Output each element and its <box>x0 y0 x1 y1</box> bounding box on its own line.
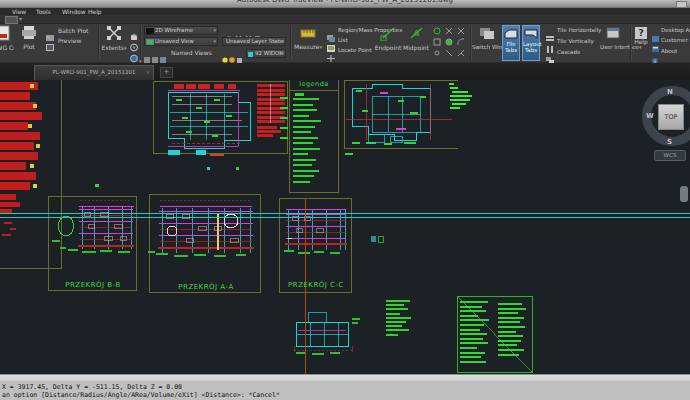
wireframe-icon <box>146 28 154 34</box>
quick-access-row: ▾ <box>0 15 690 24</box>
menu-bar: View Tools Window Help <box>0 8 690 15</box>
annotation-block-top-right <box>449 83 472 109</box>
window-icon[interactable] <box>5 16 18 24</box>
viewport-section-bb <box>49 197 137 291</box>
steering-wheel-icon <box>129 54 139 63</box>
annotation-block-bottom <box>386 300 411 336</box>
file-tabs-toggle[interactable]: File Tabs <box>502 25 520 61</box>
section-label-aa: PRZEKRÓJ A-A <box>152 283 260 291</box>
panel-separator <box>630 26 632 60</box>
midpoint-button[interactable]: Midpoint <box>402 25 430 52</box>
view-icon <box>146 39 154 45</box>
snap-option-icons <box>432 26 466 58</box>
panel-separator <box>290 26 292 60</box>
panel-separator <box>140 26 142 60</box>
locate-point-icon <box>327 55 335 62</box>
section-label-cc: PRZEKRÓJ C-C <box>281 281 351 289</box>
drawing-canvas[interactable]: legenda PRZEKRÓJ B-B PRZEKRÓJ A-A PRZEKR… <box>0 80 690 374</box>
viewcube-north[interactable]: N <box>667 88 673 96</box>
cad-linework <box>0 80 690 374</box>
dwg-convert-icon <box>0 25 12 41</box>
measure-button[interactable]: Measure <box>293 25 323 51</box>
switch-windows-icon <box>479 27 495 40</box>
layout-tabs-toggle[interactable]: Layout Tabs <box>522 25 540 61</box>
snap-options-grid[interactable] <box>432 26 466 62</box>
dwg-convert-button[interactable]: DWG Convert <box>0 25 14 52</box>
viewport-section-cc <box>280 199 352 293</box>
command-line-window[interactable]: X = 3917.45, Delta Y = -511.15, Delta Z … <box>0 381 690 400</box>
title-bar: Autodesk DWG TrueView - PL-WRO-901_PW_A_… <box>0 0 690 8</box>
section-label-bb: PRZEKRÓJ B-B <box>50 281 136 289</box>
switch-windows-button[interactable]: Switch Windows <box>472 25 502 51</box>
window-close-button[interactable] <box>676 1 687 8</box>
command-prompt-line: an option [Distance/Radius/Angle/ARea/Vo… <box>2 391 280 399</box>
file-tab-bar: PL-WRO-901_PW_A_20151201 × + <box>0 63 690 80</box>
zoom-extents-button[interactable]: Extents <box>100 25 128 52</box>
help-button[interactable]: ? Help <box>633 27 649 46</box>
layer-color-swatch <box>248 52 253 57</box>
user-interface-button[interactable]: User Interface <box>600 25 628 51</box>
preview-button[interactable]: Preview <box>46 37 55 56</box>
menu-help[interactable]: Help <box>88 8 102 15</box>
viewcube-top-face[interactable]: TOP <box>658 104 684 130</box>
navigation-bar-handle[interactable] <box>680 186 688 202</box>
window-title: Autodesk DWG TrueView - PL-WRO-901_PW_A_… <box>0 0 690 4</box>
tab-close-icon[interactable]: × <box>146 69 150 75</box>
file-tabs-icon <box>504 28 518 40</box>
zoom-extents-icon <box>106 25 122 41</box>
endpoint-snap-icon <box>380 25 397 41</box>
midpoint-snap-icon <box>408 25 425 41</box>
layer-state-dropdown[interactable]: Unsaved Layer State <box>222 37 286 46</box>
menu-view[interactable]: View <box>12 8 26 15</box>
viewport-floor-plan-1 <box>153 81 287 156</box>
viewcube-south[interactable]: S <box>667 138 672 146</box>
menu-tools[interactable]: Tools <box>36 8 51 15</box>
viewport-left-table <box>0 80 61 268</box>
menu-window[interactable]: Window <box>62 8 86 15</box>
ruler-icon <box>300 27 316 40</box>
user-interface-icon <box>606 27 621 40</box>
chevron-down-icon[interactable]: ▾ <box>19 15 22 22</box>
application-window: Autodesk DWG TrueView - PL-WRO-901_PW_A_… <box>0 0 690 400</box>
preview-icon <box>46 44 55 52</box>
file-tab-active[interactable]: PL-WRO-901_PW_A_20151201 <box>34 65 154 80</box>
ribbon: DWG Convert Plot Batch Plot Preview Exte… <box>0 24 690 63</box>
command-window-grip[interactable] <box>0 374 690 381</box>
command-history-line: X = 3917.45, Delta Y = -511.15, Delta Z … <box>2 383 182 391</box>
named-view-dropdown[interactable]: Unsaved View <box>144 37 218 46</box>
legend-title: legenda <box>291 80 337 88</box>
visual-style-dropdown[interactable]: 2D Wireframe <box>144 26 218 35</box>
viewport-floor-plan-2 <box>344 80 458 148</box>
new-tab-button[interactable]: + <box>160 67 173 78</box>
viewport-green-table <box>457 296 532 372</box>
viewcube-west[interactable]: W <box>646 112 654 120</box>
endpoint-button[interactable]: Endpoint <box>374 25 402 52</box>
plot-button[interactable]: Plot <box>16 25 42 51</box>
viewport-section-aa <box>148 195 261 293</box>
viewport-detail-bottom <box>294 312 360 355</box>
wcs-dropdown[interactable]: WCS <box>654 150 686 161</box>
printer-icon <box>21 25 37 40</box>
viewport-legend <box>289 80 338 192</box>
layout-tabs-icon <box>524 28 538 40</box>
